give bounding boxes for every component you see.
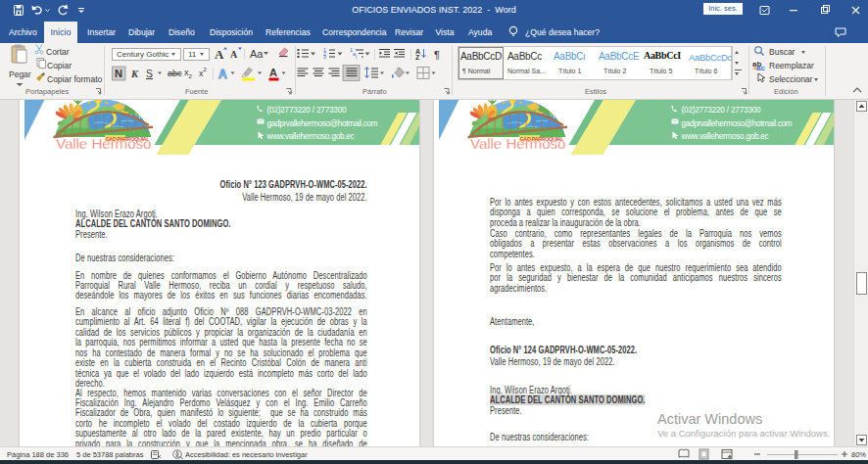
svg-text:Z: Z — [415, 54, 420, 61]
svg-text:(02)2773220 / 2773300: (02)2773220 / 2773300 — [267, 106, 348, 115]
svg-text:abc: abc — [168, 69, 182, 78]
svg-text:www.vallehermoso.gob.ec: www.vallehermoso.gob.ec — [266, 132, 355, 141]
svg-text:gadprvallehermoso@hotmail.com: gadprvallehermoso@hotmail.com — [267, 119, 378, 128]
svg-text:2: 2 — [204, 67, 208, 72]
svg-text:A: A — [218, 68, 227, 81]
svg-text:gadprvallehermoso@hotmail.com: gadprvallehermoso@hotmail.com — [682, 119, 793, 128]
svg-text:ac: ac — [756, 64, 765, 72]
svg-text:Aa: Aa — [250, 48, 264, 60]
svg-text:Valle Hermoso: Valle Hermoso — [56, 135, 152, 152]
svg-text:A: A — [269, 67, 277, 78]
svg-text:K: K — [130, 69, 139, 79]
svg-text:i: i — [356, 54, 357, 60]
svg-text:S: S — [146, 68, 153, 79]
svg-text:A: A — [230, 49, 238, 60]
svg-text:¶: ¶ — [434, 49, 440, 61]
svg-text:Valle Hermoso: Valle Hermoso — [470, 135, 566, 152]
svg-text:(02)2773220 / 2773300: (02)2773220 / 2773300 — [682, 106, 762, 115]
svg-text:2: 2 — [189, 73, 193, 79]
svg-text:www.vallehermoso.gob.ec: www.vallehermoso.gob.ec — [681, 132, 769, 141]
svg-text:A: A — [215, 47, 224, 62]
svg-text:N: N — [115, 68, 122, 79]
svg-text:3: 3 — [323, 54, 326, 60]
